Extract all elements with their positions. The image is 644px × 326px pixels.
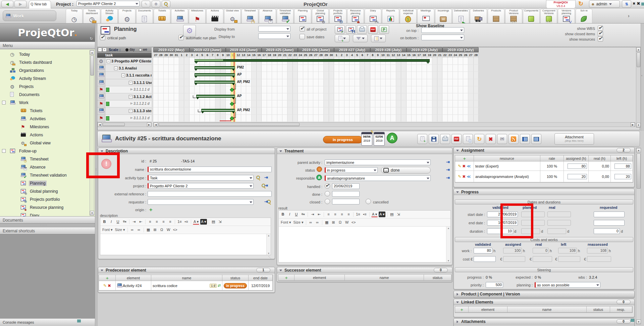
delete-button[interactable]: ✖ (486, 134, 496, 144)
add-row-cell[interactable]: ＋ (99, 275, 116, 281)
gantt-summary-bar[interactable] (195, 59, 430, 62)
goto-icon[interactable]: ⇥ (446, 167, 450, 172)
left-input[interactable]: 20 (614, 174, 631, 179)
toolbar-item-individual-expense[interactable]: Individual expense$ (400, 9, 417, 23)
goto-icon[interactable]: ⇥ (264, 183, 268, 188)
fullscreen-icon[interactable]: ✖ (637, 1, 640, 6)
copy-button[interactable] (463, 134, 473, 144)
toolbar-item-projects[interactable]: Projects⚙ (118, 9, 135, 23)
successor-header[interactable]: Successor element (277, 267, 452, 273)
scroll-up-icon[interactable]: ▲ (90, 50, 94, 55)
display-to-select[interactable] (258, 33, 290, 39)
menu-scrollbar-thumb[interactable] (90, 55, 94, 76)
goto-icon[interactable]: ⇥ (446, 175, 450, 180)
editor-scrollbar[interactable]: ▲▼ (446, 227, 450, 262)
closed-date-field[interactable] (332, 199, 360, 204)
sidebar-item-timesheet-validation[interactable]: ✔Timesheet validation (0, 171, 89, 179)
gantt-activity-bar[interactable] (195, 66, 235, 69)
align-justify-icon[interactable]: ≡ (167, 219, 173, 225)
toolbar-item-documents[interactable]: Documents (136, 9, 153, 23)
toolbar-item-diary[interactable]: Diary◷ (365, 9, 381, 23)
pdf-export-button[interactable]: PDF (368, 25, 378, 34)
gantt-task-row[interactable]: ⊳3.1.1.1.1 d (105, 86, 152, 93)
sidebar-item-actions[interactable]: Actions (0, 131, 89, 139)
source-icon[interactable]: <> (351, 220, 357, 225)
show-resources-checkbox[interactable] (598, 36, 603, 42)
sidebar-item-projects[interactable]: ⚙Projects (0, 83, 89, 91)
toolbar-item-components[interactable]: Components (523, 9, 540, 23)
copy-format-icon[interactable]: ▤ (389, 212, 395, 217)
delete-icon[interactable]: ✖ (108, 284, 111, 288)
unlink-icon[interactable]: ∞ (315, 220, 320, 225)
name-field[interactable]: scrittura documentazione (148, 167, 272, 172)
source-icon[interactable]: <> (172, 227, 178, 233)
scroll-down-icon[interactable]: ▼ (636, 123, 641, 127)
pcv-header[interactable]: Product | Component | Version (454, 291, 634, 297)
gantt-task-row[interactable]: −3.1.1.2 Activi (105, 93, 152, 100)
hscroll-thumb[interactable] (103, 123, 125, 126)
scroll-left-icon[interactable]: ◀ (98, 123, 102, 127)
linked-elements-header[interactable]: Linked Elements (454, 299, 634, 305)
toolbar-item-planning[interactable]: Planning (294, 9, 311, 23)
toolbar-item-sch-re[interactable]: Sch re (576, 9, 592, 23)
toolbar-item-global-planning[interactable]: Global planning⚙ (312, 9, 329, 23)
goto-icon[interactable]: ⇥ (446, 159, 450, 165)
search-icon[interactable] (256, 176, 261, 180)
size-select[interactable]: Size ▾ (293, 220, 304, 225)
external-reference-field[interactable] (148, 191, 272, 197)
collapse-left-icon[interactable]: ‹ (641, 74, 642, 77)
layout-toggle-button[interactable]: ⇅ (622, 0, 631, 8)
indent-icon[interactable]: ⇥ (310, 212, 315, 217)
gantt-task-row[interactable]: −3.1.1.3 stesu (105, 107, 152, 114)
gantt-activity-bar[interactable] (196, 95, 235, 98)
sidebar-item-projects-portfolio[interactable]: ⚙Projects portfolio (0, 195, 89, 203)
gantt-left-hscrollbar[interactable]: ◀▶ (97, 122, 152, 127)
italic-icon[interactable]: I (287, 212, 292, 217)
validate-planning-button[interactable]: ✔ (335, 25, 345, 34)
toolbar-item-incomings[interactable]: Incomings✉ (435, 9, 452, 23)
gantt-task-row[interactable]: −3 Progetto APP Cliente (105, 58, 152, 65)
delete-icon[interactable]: ✖ (462, 164, 466, 168)
image-icon[interactable]: ▦ (324, 220, 330, 225)
edit-icon[interactable]: ✎ (458, 175, 461, 179)
scale-week-radio[interactable] (139, 48, 142, 51)
columns-button[interactable] (371, 35, 386, 42)
description-header[interactable]: Description (98, 148, 275, 154)
align-right-icon[interactable]: ≡ (161, 219, 166, 225)
numbered-list-icon[interactable]: 1≡ (177, 219, 182, 225)
bold-icon[interactable]: B (280, 212, 286, 217)
scroll-right-icon[interactable]: ▶ (631, 123, 635, 127)
scroll-down-icon[interactable]: ▼ (636, 320, 641, 324)
remove-format-icon[interactable]: Tx (122, 219, 127, 225)
underline-icon[interactable]: U (115, 219, 121, 225)
handled-date-field[interactable]: 20/06/2019 (332, 183, 360, 189)
toolbar-item-activity-stream[interactable]: Activity Stream (101, 9, 118, 23)
resize-handle-icon[interactable] (631, 319, 634, 322)
panel-left-button[interactable] (520, 134, 530, 144)
print-button[interactable] (440, 134, 450, 144)
goto-icon[interactable]: ⇥ (264, 175, 268, 180)
responsible-select[interactable]: analistaprogrammatore (325, 175, 431, 181)
gantt-vscrollbar[interactable]: ▲ ▼ (636, 47, 641, 128)
toolbar-item-deliverables[interactable]: Deliverables▶ (452, 9, 469, 23)
toolbar-item-activities[interactable]: Activities (171, 9, 188, 23)
sidebar-item-work[interactable]: -Work (0, 99, 89, 107)
tree-expander-icon[interactable]: − (129, 95, 132, 99)
sidebar-item-global-planning[interactable]: ⚙Global planning (0, 187, 89, 195)
baseline-bottom-select[interactable] (421, 35, 464, 40)
assigned-input[interactable]: 20 (568, 174, 587, 179)
scale-day-radio[interactable] (125, 48, 128, 51)
assignment-header[interactable]: Assignment (454, 147, 634, 153)
tree-expander-icon[interactable]: - (2, 149, 6, 153)
settings-button[interactable]: ⚙ (152, 1, 160, 7)
tree-expander-icon[interactable]: - (2, 101, 6, 104)
right-collapse-rail[interactable]: ‹ (641, 24, 644, 131)
requestor-select[interactable] (148, 199, 254, 205)
tree-expander-icon[interactable]: − (121, 74, 125, 77)
table-icon[interactable]: ⊞ (152, 227, 158, 233)
priority-field[interactable]: 500 (486, 282, 503, 288)
toolbar-item-tickets-dashboard[interactable]: Tickets dashboard◷ (83, 9, 100, 23)
reassign-icon[interactable]: ≪ (467, 164, 471, 168)
print-button[interactable] (357, 25, 367, 34)
rss-button[interactable] (508, 134, 519, 144)
